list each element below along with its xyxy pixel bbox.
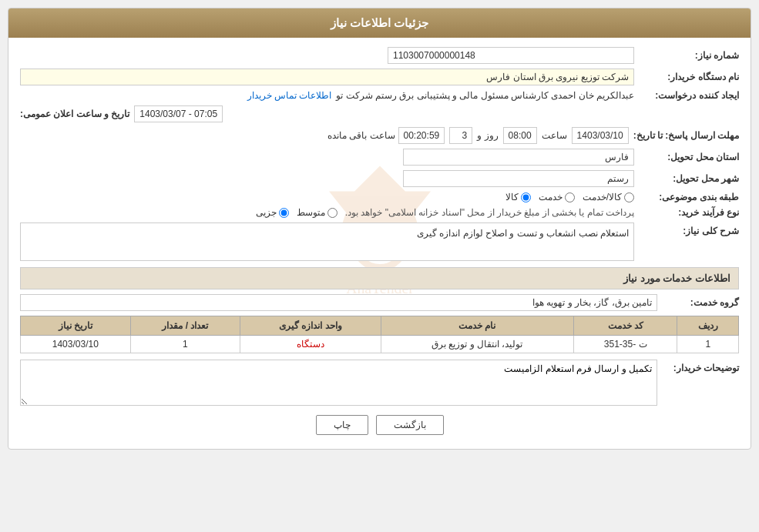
- province-label: استان محل تحویل:: [639, 152, 739, 162]
- cell-unit: دستگاه: [240, 336, 381, 353]
- category-radio-khadamat[interactable]: [565, 192, 575, 202]
- cell-row: 1: [677, 336, 739, 353]
- province-value: فارس: [403, 149, 634, 166]
- deadline-days-label: روز و: [477, 130, 498, 141]
- buyer-org-value: شرکت توزیع نیروی برق استان فارس: [20, 69, 634, 85]
- province-row: استان محل تحویل: فارس: [20, 149, 739, 166]
- category-radio-kala-khadamat[interactable]: [624, 192, 634, 202]
- deadline-row: مهلت ارسال پاسخ: تا تاریخ: 1403/03/10 سا…: [20, 127, 739, 144]
- category-option-3: کالا: [505, 192, 531, 202]
- purchase-type-label: نوع فرآیند خرید:: [639, 207, 739, 218]
- buyer-notes-textarea[interactable]: [20, 360, 657, 406]
- city-row: شهر محل تحویل: رستم: [20, 170, 739, 187]
- page-title: جزئیات اطلاعات نیاز: [331, 16, 428, 29]
- service-group-label: گروه خدمت:: [662, 297, 739, 308]
- service-group-value: تامین برق، گاز، بخار و تهویه هوا: [20, 294, 657, 311]
- col-header-code: کد خدمت: [573, 316, 677, 336]
- category-option-1: کالا/خدمت: [583, 192, 634, 202]
- purchase-type-row: نوع فرآیند خرید: پرداخت تمام یا بخشی از …: [20, 207, 739, 218]
- creator-label: ایجاد کننده درخواست:: [639, 90, 739, 101]
- card-body: AnaTender شماره نیاز: 1103007000000148 ن…: [8, 38, 751, 449]
- deadline-time-label: ساعت: [542, 130, 567, 141]
- services-table: ردیف کد خدمت نام خدمت واحد اندازه گیری ت…: [20, 316, 739, 353]
- remaining-time-area: 00:20:59 ساعت باقی مانده: [327, 127, 445, 144]
- need-number-value: 1103007000000148: [388, 47, 634, 64]
- creator-row: ایجاد کننده درخواست: عبدالکریم خان احمدی…: [20, 90, 739, 101]
- city-value: رستم: [403, 170, 634, 187]
- category-radio-group: کالا/خدمت خدمت کالا: [505, 192, 634, 202]
- services-section-title: اطلاعات خدمات مورد نیاز: [20, 267, 739, 289]
- card-header: جزئیات اطلاعات نیاز: [8, 8, 751, 38]
- main-card: جزئیات اطلاعات نیاز AnaTender شماره نیاز…: [8, 8, 751, 450]
- buyer-org-row: نام دستگاه خریدار: شرکت توزیع نیروی برق …: [20, 69, 739, 85]
- deadline-label: مهلت ارسال پاسخ: تا تاریخ:: [633, 130, 739, 141]
- cell-date: 1403/03/10: [21, 336, 131, 353]
- buyer-notes-label: توضیحات خریدار:: [662, 360, 739, 373]
- col-header-unit: واحد اندازه گیری: [240, 316, 381, 336]
- need-number-label: شماره نیاز:: [639, 50, 739, 61]
- category-label-kala-khadamat: کالا/خدمت: [583, 192, 622, 202]
- purchase-type-label-partial: جزیی: [256, 207, 277, 218]
- col-header-row: ردیف: [677, 316, 739, 336]
- category-option-2: خدمت: [539, 192, 575, 202]
- back-button[interactable]: بازگشت: [376, 415, 444, 435]
- category-label-khadamat: خدمت: [539, 192, 563, 202]
- deadline-time: 08:00: [503, 127, 537, 144]
- category-label: طبقه بندی موضوعی:: [639, 192, 739, 202]
- purchase-type-radio-middle[interactable]: [327, 208, 338, 218]
- purchase-type-radio-group: پرداخت تمام یا بخشی از مبلغ خریدار از مح…: [256, 207, 634, 218]
- purchase-type-note: پرداخت تمام یا بخشی از مبلغ خریدار از مح…: [345, 207, 634, 218]
- need-description-label: شرح کلی نیاز:: [639, 223, 739, 236]
- buyer-notes-row: توضیحات خریدار:: [20, 360, 739, 406]
- deadline-date: 1403/03/10: [572, 127, 629, 144]
- city-label: شهر محل تحویل:: [639, 173, 739, 184]
- col-header-qty: تعداد / مقدار: [130, 316, 240, 336]
- buyer-org-label: نام دستگاه خریدار:: [639, 72, 739, 82]
- announce-datetime-row: 1403/03/07 - 07:05 تاریخ و ساعت اعلان عم…: [20, 105, 739, 122]
- remaining-time-label: ساعت باقی مانده: [327, 130, 395, 141]
- category-radio-kala[interactable]: [521, 192, 531, 202]
- service-group-row: گروه خدمت: تامین برق، گاز، بخار و تهویه …: [20, 294, 739, 311]
- creator-contact-link[interactable]: اطلاعات تماس خریدار: [247, 90, 332, 101]
- purchase-type-option-partial: جزیی: [256, 207, 289, 218]
- table-header-row: ردیف کد خدمت نام خدمت واحد اندازه گیری ت…: [21, 316, 739, 336]
- category-row: طبقه بندی موضوعی: کالا/خدمت خدمت کالا: [20, 192, 739, 202]
- col-header-date: تاریخ نیاز: [21, 316, 131, 336]
- print-button[interactable]: چاپ: [316, 415, 368, 435]
- need-description-row: شرح کلی نیاز: استعلام نصب انشعاب و تست و…: [20, 223, 739, 261]
- announce-datetime-value: 1403/03/07 - 07:05: [134, 105, 223, 122]
- purchase-type-option-middle: متوسط: [297, 207, 338, 218]
- announce-datetime-label: تاریخ و ساعت اعلان عمومی:: [20, 109, 129, 119]
- table-row: 1 ت -35-351 تولید، انتقال و توزیع برق دس…: [21, 336, 739, 353]
- category-label-kala: کالا: [505, 192, 519, 202]
- buttons-row: بازگشت چاپ: [20, 415, 739, 435]
- cell-qty: 1: [130, 336, 240, 353]
- need-description-value: استعلام نصب انشعاب و تست و اصلاح لوازم ا…: [20, 223, 634, 261]
- deadline-days: 3: [449, 127, 472, 144]
- purchase-type-radio-partial[interactable]: [279, 208, 289, 218]
- remaining-time-value: 00:20:59: [398, 127, 445, 144]
- cell-code: ت -35-351: [573, 336, 677, 353]
- purchase-type-label-middle: متوسط: [297, 207, 325, 218]
- page-wrapper: جزئیات اطلاعات نیاز AnaTender شماره نیاز…: [0, 0, 759, 532]
- creator-name: عبدالکریم خان احمدی کارشناس مسئول مالی و…: [336, 90, 634, 101]
- cell-name: تولید، انتقال و توزیع برق: [381, 336, 573, 353]
- need-number-row: شماره نیاز: 1103007000000148: [20, 47, 739, 64]
- content-overlay: شماره نیاز: 1103007000000148 نام دستگاه …: [20, 47, 739, 435]
- col-header-name: نام خدمت: [381, 316, 573, 336]
